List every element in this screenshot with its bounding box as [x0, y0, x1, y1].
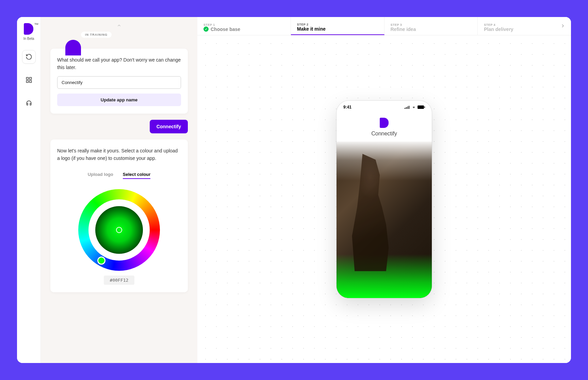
step-choose-base[interactable]: STEP 1 ✓Choose base	[197, 17, 291, 35]
color-picker: #00FF12	[57, 189, 181, 285]
bot-prompt-text: What should we call your app? Don't worr…	[57, 56, 181, 71]
support-button[interactable]	[22, 96, 36, 110]
logo-b-icon: TM	[24, 23, 33, 35]
hue-cursor-icon[interactable]	[97, 257, 105, 265]
preview-canvas: 9:41 Connectify	[197, 35, 571, 363]
tab-upload-logo[interactable]: Upload logo	[88, 172, 113, 179]
collapse-chat-button[interactable]	[50, 23, 188, 29]
app-name-input[interactable]	[57, 76, 181, 89]
hue-ring[interactable]	[78, 189, 160, 271]
tab-select-colour[interactable]: Select colour	[123, 172, 151, 179]
step-make-it-mine[interactable]: STEP 2 Make it mine	[291, 17, 385, 35]
next-step-button[interactable]	[558, 21, 568, 31]
sidebar: TM In Beta	[17, 17, 41, 363]
svg-rect-1	[29, 78, 31, 80]
bot-customise-text: Now let's really make it yours. Select a…	[57, 147, 181, 162]
phone-header: Connectify	[337, 111, 432, 142]
svg-rect-7	[409, 106, 409, 109]
logo-caption: In Beta	[23, 37, 34, 40]
saturation-circle[interactable]	[95, 206, 143, 254]
check-icon: ✓	[203, 27, 209, 32]
undo-icon	[26, 53, 32, 60]
step-plan-delivery[interactable]: STEP 4 Plan delivery	[478, 17, 571, 35]
phone-status-bar: 9:41	[337, 101, 432, 111]
wifi-icon	[411, 105, 416, 109]
apps-button[interactable]	[22, 73, 36, 87]
customise-tabs: Upload logo Select colour	[57, 172, 181, 179]
bot-message-card: What should we call your app? Don't worr…	[50, 49, 188, 114]
signal-icon	[405, 105, 410, 109]
chat-panel: IN TRAINING What should we call your app…	[41, 17, 197, 363]
update-app-name-button[interactable]: Update app name	[57, 94, 181, 106]
bot-avatar-icon	[65, 40, 81, 55]
svg-rect-0	[26, 78, 28, 80]
app-window: TM In Beta IN TRAINING What should we ca…	[17, 17, 571, 363]
phone-hero-image	[337, 142, 432, 298]
svg-rect-8	[418, 105, 424, 109]
chevron-up-icon	[117, 23, 121, 28]
svg-rect-4	[405, 108, 405, 109]
phone-time: 9:41	[343, 105, 352, 110]
undo-button[interactable]	[22, 50, 36, 64]
logo: TM In Beta	[23, 23, 34, 40]
phone-app-name: Connectify	[371, 131, 397, 137]
phone-logo-icon	[380, 118, 389, 128]
svg-rect-9	[424, 106, 425, 108]
grid-icon	[26, 77, 32, 83]
bot-customise-card: Now let's really make it yours. Select a…	[50, 139, 188, 292]
step-refine-idea[interactable]: STEP 3 Refine idea	[385, 17, 478, 35]
user-message: Connectify	[150, 120, 188, 133]
logo-tm: TM	[34, 22, 38, 26]
svg-rect-3	[29, 81, 31, 83]
saturation-cursor-icon[interactable]	[116, 227, 122, 233]
svg-rect-5	[406, 107, 407, 109]
svg-rect-2	[26, 81, 28, 83]
battery-icon	[418, 105, 425, 109]
training-badge: IN TRAINING	[81, 32, 112, 38]
hex-output: #00FF12	[104, 276, 135, 285]
phone-status-icons	[405, 105, 425, 109]
phone-mockup: 9:41 Connectify	[337, 101, 432, 298]
stepper: STEP 1 ✓Choose base STEP 2 Make it mine …	[197, 17, 571, 35]
svg-rect-6	[407, 106, 408, 109]
chevron-right-icon	[560, 23, 566, 29]
headset-icon	[26, 100, 32, 106]
preview-panel: STEP 1 ✓Choose base STEP 2 Make it mine …	[197, 17, 571, 363]
